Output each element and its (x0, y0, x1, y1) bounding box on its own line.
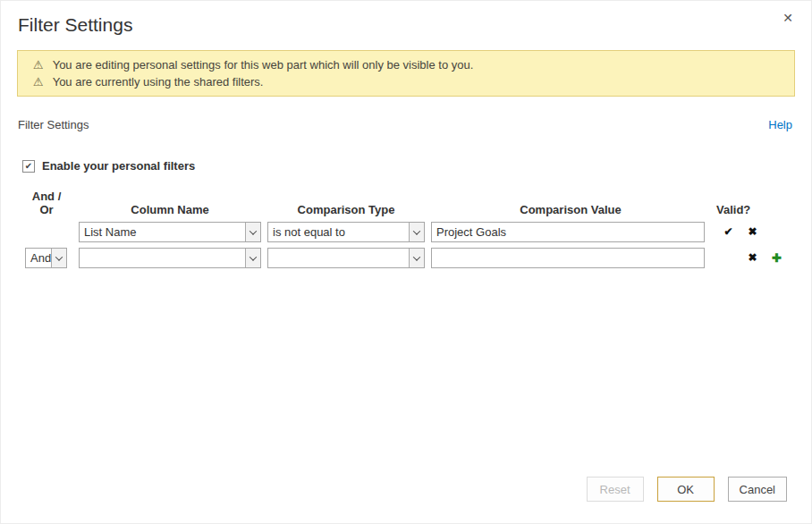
close-icon[interactable]: ✕ (782, 12, 793, 24)
warning-banner: ⚠ You are editing personal settings for … (17, 50, 795, 97)
comparison-value-cell (431, 248, 710, 268)
chevron-down-icon (409, 223, 424, 241)
comparison-value-input[interactable] (431, 248, 705, 268)
section-header-row: Filter Settings Help (18, 118, 792, 131)
warning-icon: ⚠ (33, 56, 44, 73)
comparison-type-select-value: is not equal to (268, 223, 409, 241)
checkmark-icon: ✔ (25, 161, 32, 171)
comparison-value-cell (431, 222, 710, 242)
remove-row-icon[interactable]: ✖ (740, 248, 765, 268)
row-actions: ✖ ✚ (716, 248, 812, 268)
remove-row-icon[interactable]: ✖ (740, 222, 765, 242)
add-row-icon[interactable]: ✚ (765, 248, 789, 268)
header-and-or: And / Or (21, 190, 72, 216)
cancel-button[interactable]: Cancel (728, 477, 787, 502)
enable-personal-filters-label: Enable your personal filters (42, 159, 195, 173)
header-and-or-line1: And / (21, 190, 72, 203)
warning-line: ⚠ You are currently using the shared fil… (27, 73, 785, 90)
comparison-type-select[interactable]: is not equal to (267, 222, 425, 242)
and-or-cell: And (21, 248, 72, 268)
comparison-type-select-value (268, 249, 409, 267)
and-or-select-value: And (26, 249, 51, 267)
page-title: Filter Settings (18, 14, 793, 36)
filter-settings-dialog: Filter Settings ✕ ⚠ You are editing pers… (0, 0, 812, 524)
column-name-select-value: List Name (80, 223, 245, 241)
header-and-or-line2: Or (21, 203, 72, 216)
section-label: Filter Settings (18, 118, 89, 131)
reset-button: Reset (587, 477, 644, 502)
chevron-down-icon (245, 249, 260, 267)
chevron-down-icon (51, 249, 66, 267)
valid-check-icon: ✔ (716, 222, 740, 242)
warning-icon: ⚠ (33, 73, 44, 90)
filter-table: And / Or Column Name Comparison Type Com… (21, 190, 811, 268)
header-valid: Valid? (716, 203, 740, 216)
footer-buttons: Reset OK Cancel (587, 477, 787, 502)
warning-text: You are currently using the shared filte… (53, 73, 264, 90)
header-comparison-value: Comparison Value (431, 203, 710, 216)
enable-personal-filters-row: ✔ Enable your personal filters (22, 159, 811, 173)
warning-text: You are editing personal settings for th… (53, 56, 474, 73)
comparison-value-input[interactable] (431, 222, 705, 242)
titlebar: Filter Settings ✕ (1, 1, 811, 36)
header-comparison-type: Comparison Type (267, 203, 425, 216)
and-or-select[interactable]: And (25, 248, 67, 268)
header-column-name: Column Name (79, 203, 261, 216)
enable-personal-filters-checkbox[interactable]: ✔ (22, 160, 35, 173)
help-link[interactable]: Help (768, 118, 792, 131)
chevron-down-icon (409, 249, 424, 267)
column-name-select[interactable]: List Name (79, 222, 261, 242)
warning-line: ⚠ You are editing personal settings for … (27, 56, 785, 73)
row-actions: ✔ ✖ (716, 222, 812, 242)
column-name-select-value (80, 249, 245, 267)
ok-button[interactable]: OK (657, 477, 715, 502)
chevron-down-icon (245, 223, 260, 241)
column-name-select[interactable] (79, 248, 261, 268)
comparison-type-select[interactable] (267, 248, 425, 268)
